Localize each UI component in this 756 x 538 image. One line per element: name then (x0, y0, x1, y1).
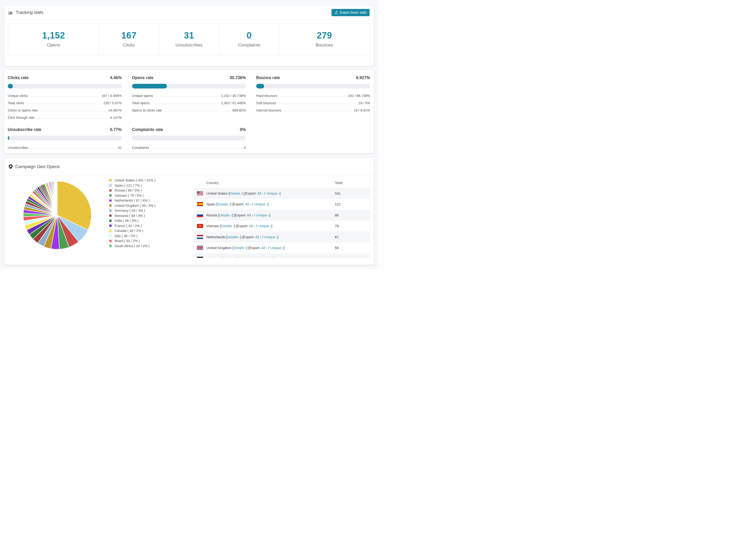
rate-detail-value: 1,152 / 30.736% (221, 94, 246, 98)
legend-label: Canada ( 40 / 2% ) (115, 229, 143, 233)
rate-detail-row: Hard bounces242 / 86.738% (256, 92, 370, 99)
legend-item[interactable]: France ( 42 / 2% ) (109, 224, 190, 228)
export-button-label: Export basic stats (340, 11, 367, 14)
export-all-link[interactable]: All › (255, 235, 261, 239)
dotted-leader (29, 96, 99, 97)
dotted-leader (278, 104, 357, 104)
details-link[interactable]: Details › (223, 257, 236, 258)
unsubscribe-rate-progress-fill (8, 136, 9, 140)
legend-item[interactable]: Germany ( 55 / 3% ) (109, 209, 190, 212)
rate-detail-label: Complaints (132, 146, 149, 149)
rate-detail-row: Clicks to opens rate14.497% (8, 107, 122, 114)
page-title: Tracking stats (16, 10, 43, 15)
rate-title: Unsubscribe rate (8, 127, 41, 132)
export-all-link[interactable]: All › (261, 246, 267, 250)
summary-bounces: 279Bounces (279, 24, 369, 55)
export-unique-link[interactable]: Unique › (256, 213, 269, 217)
geo-pie-chart[interactable] (22, 180, 92, 250)
legend-label: Germany ( 55 / 3% ) (115, 209, 145, 212)
opens-rate-block: Opens rate30.736%Unique opens1,152 / 30.… (132, 75, 246, 121)
details-link[interactable]: Details › (221, 224, 234, 228)
pie-slice[interactable] (57, 181, 57, 215)
country-cell: Netherlands [Details ›] [Export: All › /… (203, 235, 335, 239)
opens-rate-progress-track (132, 84, 246, 88)
total-cell: 121 (335, 202, 370, 206)
bounce-rate-progress-fill (256, 84, 264, 88)
total-cell: 67 (335, 235, 370, 239)
geo-table: Country Total United States [Details ›] … (194, 178, 370, 258)
export-basic-stats-button[interactable]: Export basic stats (332, 9, 369, 16)
rates-grid: Clicks rate4.46%Unique clicks167 / 4.456… (4, 70, 374, 151)
legend-item[interactable]: South Africa ( 29 / 2% ) (109, 244, 190, 248)
rate-detail-label: Unique opens (132, 94, 153, 98)
export-all-link[interactable]: All › (247, 213, 253, 217)
legend-swatch (109, 239, 112, 243)
rate-detail-row: Internal bounces19 / 6.81% (256, 107, 370, 114)
legend-swatch (109, 209, 112, 212)
dotted-leader (26, 104, 101, 104)
rate-value: 6.927% (356, 75, 370, 80)
legend-item[interactable]: United States ( 541 / 31% ) (109, 178, 190, 182)
dotted-leader (30, 148, 116, 149)
legend-item[interactable]: India ( 46 / 3% ) (109, 219, 190, 223)
export-all-link[interactable]: All › (249, 224, 255, 228)
details-link[interactable]: Details › (229, 191, 242, 195)
details-link[interactable]: Details › (233, 246, 246, 250)
export-unique-link[interactable]: Unique › (258, 224, 271, 228)
geo-table-header: Country Total (194, 178, 370, 188)
legend-label: Russia ( 86 / 5% ) (115, 188, 141, 192)
legend-item[interactable]: Spain ( 121 / 7% ) (109, 184, 190, 187)
country-cell: United Kingdom [Details ›] [Export: All … (203, 246, 335, 250)
legend-item[interactable]: Canada ( 40 / 2% ) (109, 229, 190, 233)
geo-table-row: Vietnam [Details ›] [Export: All › / Uni… (194, 221, 370, 232)
clicks-rate-progress-fill (8, 84, 13, 88)
legend-item[interactable]: Romania ( 49 / 3% ) (109, 214, 190, 218)
summary-label: Unsubscribes (159, 42, 219, 48)
dotted-leader (283, 111, 352, 111)
legend-item[interactable]: United Kingdom ( 59 / 3% ) (109, 204, 190, 207)
rate-detail-value: 689.82% (233, 108, 246, 112)
export-unique-link[interactable]: Unique › (270, 246, 284, 250)
legend-swatch (109, 219, 112, 223)
total-cell: 86 (335, 213, 370, 217)
legend-swatch (109, 204, 112, 207)
rate-title: Opens rate (132, 75, 153, 80)
rate-detail-label: Unsubscribes (8, 146, 28, 149)
export-unique-link[interactable]: Unique › (254, 202, 267, 206)
dotted-leader (36, 118, 108, 119)
rates-card: Clicks rate4.46%Unique clicks167 / 4.456… (4, 70, 374, 153)
legend-item[interactable]: Russia ( 86 / 5% ) (109, 188, 190, 192)
details-link[interactable]: Details › (217, 202, 230, 206)
rate-detail-row: Total opens2,303 / 61.446% (132, 99, 246, 107)
legend-swatch (109, 224, 112, 228)
legend-label: Brazil ( 33 / 2% ) (115, 239, 140, 243)
rate-detail-row: Opens to clicks rate689.82% (132, 107, 246, 114)
export-icon (334, 11, 338, 14)
geo-title-wrap: Campaign Geo Opens (9, 164, 60, 169)
legend-item[interactable]: Netherlands ( 67 / 4% ) (109, 198, 190, 202)
details-link[interactable]: Details › (219, 213, 232, 217)
geo-table-row: Spain [Details ›] [Export: All › / Uniqu… (194, 199, 370, 210)
summary-unsubscribes: 31Unsubscribes (159, 24, 219, 55)
vn-flag-icon (197, 224, 203, 228)
export-all-link[interactable]: All › (250, 257, 257, 258)
legend-label: Italy ( 36 / 2% ) (115, 234, 137, 238)
rate-detail-label: Clicks to opens rate (8, 108, 37, 112)
export-all-link[interactable]: All › (257, 191, 263, 195)
us-flag-icon (197, 191, 203, 195)
legend-item[interactable]: Brazil ( 33 / 2% ) (109, 239, 190, 243)
legend-swatch (109, 194, 112, 197)
total-cell: 59 (335, 246, 370, 250)
legend-item[interactable]: Italy ( 36 / 2% ) (109, 234, 190, 238)
legend-item[interactable]: Vietnam ( 79 / 5% ) (109, 194, 190, 197)
country-cell: Spain [Details ›] [Export: All › / Uniqu… (203, 202, 335, 206)
export-unique-link[interactable]: Unique › (260, 257, 273, 258)
column-header-total: Total (335, 181, 370, 185)
geo-table-row: Russia [Details ›] [Export: All › / Uniq… (194, 210, 370, 221)
export-all-link[interactable]: All › (245, 202, 251, 206)
export-unique-link[interactable]: Unique › (266, 191, 280, 195)
rate-value: 0% (240, 127, 246, 132)
details-link[interactable]: Details › (227, 235, 240, 239)
export-unique-link[interactable]: Unique › (264, 235, 278, 239)
rate-detail-label: Click through rate (8, 116, 34, 120)
